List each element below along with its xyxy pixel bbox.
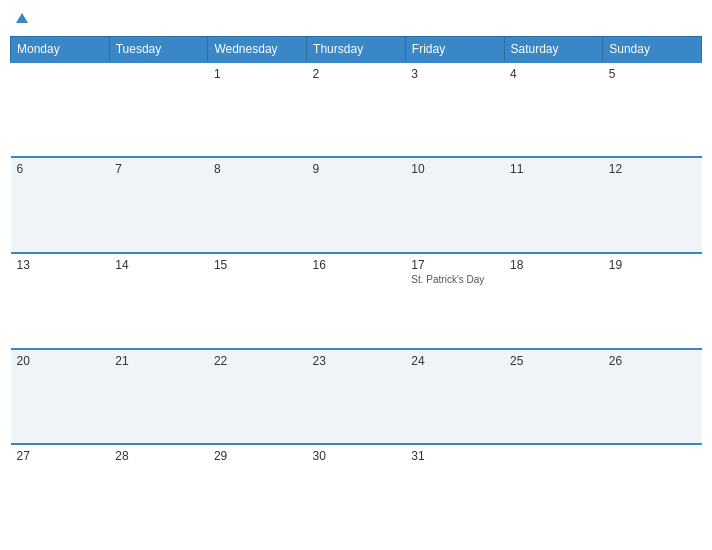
week-row-3: 1314151617St. Patrick's Day1819 [11,253,702,349]
day-number: 3 [411,67,498,81]
day-cell: 16 [307,253,406,349]
day-cell: 23 [307,349,406,445]
day-cell: 28 [109,444,208,540]
day-cell: 4 [504,62,603,158]
day-number: 11 [510,162,597,176]
day-cell: 5 [603,62,702,158]
week-row-5: 2728293031 [11,444,702,540]
day-number: 16 [313,258,400,272]
logo-triangle-icon [16,13,28,23]
day-number: 14 [115,258,202,272]
day-cell [504,444,603,540]
day-cell: 15 [208,253,307,349]
header [10,10,702,28]
day-cell: 3 [405,62,504,158]
day-cell: 30 [307,444,406,540]
day-number: 28 [115,449,202,463]
logo-general [14,10,28,28]
day-cell: 2 [307,62,406,158]
day-number: 23 [313,354,400,368]
week-row-4: 20212223242526 [11,349,702,445]
col-header-wednesday: Wednesday [208,36,307,62]
day-cell [603,444,702,540]
col-header-sunday: Sunday [603,36,702,62]
day-cell: 17St. Patrick's Day [405,253,504,349]
calendar-body: 1234567891011121314151617St. Patrick's D… [11,62,702,540]
day-number: 10 [411,162,498,176]
week-row-2: 6789101112 [11,157,702,253]
day-number: 9 [313,162,400,176]
day-number: 2 [313,67,400,81]
day-number: 26 [609,354,696,368]
day-cell: 14 [109,253,208,349]
day-number: 12 [609,162,696,176]
day-cell: 18 [504,253,603,349]
day-cell [109,62,208,158]
day-cell: 27 [11,444,110,540]
day-number: 21 [115,354,202,368]
day-cell: 12 [603,157,702,253]
day-cell: 20 [11,349,110,445]
day-number: 15 [214,258,301,272]
day-number: 18 [510,258,597,272]
header-row: MondayTuesdayWednesdayThursdayFridaySatu… [11,36,702,62]
logo [14,10,28,28]
col-header-monday: Monday [11,36,110,62]
day-number: 5 [609,67,696,81]
day-cell: 9 [307,157,406,253]
day-cell: 10 [405,157,504,253]
col-header-thursday: Thursday [307,36,406,62]
day-cell: 19 [603,253,702,349]
col-header-tuesday: Tuesday [109,36,208,62]
day-cell: 29 [208,444,307,540]
day-cell: 1 [208,62,307,158]
day-cell: 13 [11,253,110,349]
day-cell: 11 [504,157,603,253]
day-number: 24 [411,354,498,368]
day-cell [11,62,110,158]
day-number: 29 [214,449,301,463]
calendar-table: MondayTuesdayWednesdayThursdayFridaySatu… [10,36,702,540]
day-cell: 6 [11,157,110,253]
calendar-header: MondayTuesdayWednesdayThursdayFridaySatu… [11,36,702,62]
day-number: 13 [17,258,104,272]
day-number: 19 [609,258,696,272]
day-number: 22 [214,354,301,368]
day-cell: 31 [405,444,504,540]
day-number: 17 [411,258,498,272]
day-number: 25 [510,354,597,368]
day-number: 31 [411,449,498,463]
calendar-wrapper: MondayTuesdayWednesdayThursdayFridaySatu… [0,0,712,550]
col-header-saturday: Saturday [504,36,603,62]
col-header-friday: Friday [405,36,504,62]
day-cell: 7 [109,157,208,253]
day-number: 6 [17,162,104,176]
day-cell: 26 [603,349,702,445]
day-cell: 24 [405,349,504,445]
day-number: 30 [313,449,400,463]
day-cell: 22 [208,349,307,445]
day-cell: 25 [504,349,603,445]
day-number: 1 [214,67,301,81]
event-label: St. Patrick's Day [411,274,498,285]
week-row-1: 12345 [11,62,702,158]
day-number: 27 [17,449,104,463]
day-cell: 8 [208,157,307,253]
day-number: 4 [510,67,597,81]
day-number: 8 [214,162,301,176]
day-cell: 21 [109,349,208,445]
day-number: 7 [115,162,202,176]
day-number: 20 [17,354,104,368]
